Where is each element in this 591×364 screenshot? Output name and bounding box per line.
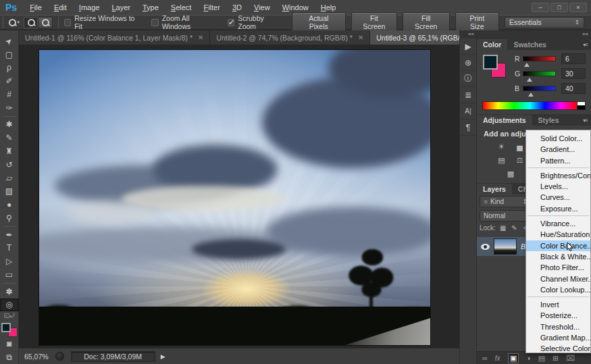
default-colors-icon[interactable]: ◱⤾ — [1, 311, 18, 320]
history-panel-icon[interactable]: ≣ — [460, 87, 476, 103]
canvas-area[interactable] — [19, 45, 459, 348]
menu-window[interactable]: Window — [276, 3, 315, 11]
fit-screen-button[interactable]: Fit Screen — [351, 12, 397, 32]
history-brush-tool[interactable]: ↺ — [1, 158, 18, 172]
menu-item-black-white[interactable]: Black & White... — [526, 251, 590, 262]
menu-item-curves[interactable]: Curves... — [526, 192, 590, 203]
tab-layers[interactable]: Layers — [477, 184, 512, 194]
crop-tool[interactable]: # — [1, 88, 18, 101]
status-knob-icon[interactable] — [55, 352, 64, 361]
green-value-field[interactable]: 30 — [561, 68, 586, 79]
menu-select[interactable]: Select — [165, 3, 198, 11]
menu-help[interactable]: Help — [315, 3, 342, 11]
blue-value-field[interactable]: 40 — [561, 83, 586, 94]
menu-item-gradient[interactable]: Gradient... — [526, 144, 590, 155]
blur-tool[interactable]: ● — [1, 198, 18, 211]
lock-pixels-icon[interactable]: ✎ — [511, 224, 517, 232]
layer-visibility-icon[interactable] — [481, 244, 490, 250]
tab-untitled-2[interactable]: Untitled-2 @ 74,7% (Background, RGB/8) *… — [210, 30, 370, 45]
status-menu-arrow-icon[interactable]: ▶ — [161, 353, 165, 360]
clone-source-panel-icon[interactable]: ⊛ — [460, 55, 476, 71]
tool-preset-caret-icon[interactable]: ▾ — [17, 20, 20, 25]
eyedropper-tool[interactable]: ✑ — [1, 101, 18, 115]
menu-3d[interactable]: 3D — [226, 3, 248, 11]
menu-item-vibrance[interactable]: Vibrance... — [526, 218, 590, 229]
dodge-tool[interactable]: ⚲ — [1, 211, 18, 225]
quick-mask-button[interactable]: ◙ — [1, 337, 18, 350]
paragraph-panel-icon[interactable]: ¶ — [460, 120, 476, 136]
panel-menu-icon[interactable]: ▾≡ — [583, 118, 591, 126]
tab-close-icon[interactable]: ✕ — [198, 34, 203, 41]
color-spectrum-ramp[interactable] — [482, 101, 577, 110]
actual-pixels-button[interactable]: Actual Pixels — [292, 12, 346, 32]
panel-menu-icon[interactable]: ▾≡ — [583, 42, 591, 50]
menu-edit[interactable]: Edit — [48, 3, 73, 11]
color-balance-icon[interactable]: ⚖ — [513, 155, 527, 165]
levels-icon[interactable]: ▅ — [513, 141, 527, 152]
quick-selection-tool[interactable]: ✐ — [1, 74, 18, 88]
resize-windows-option[interactable]: Resize Windows to Fit — [64, 14, 143, 30]
menu-item-solid-color[interactable]: Solid Color... — [526, 133, 590, 144]
blue-slider[interactable] — [523, 86, 556, 91]
layer-style-icon[interactable]: fx — [495, 355, 500, 362]
add-layer-mask-icon[interactable]: ▣ — [508, 353, 519, 363]
menu-filter[interactable]: Filter — [197, 3, 226, 11]
new-group-icon[interactable]: ▤ — [538, 354, 545, 363]
document-size-indicator[interactable]: Doc: 3,09M/3,09M — [71, 351, 155, 362]
menu-item-brightness-contrast[interactable]: Brightness/Contra — [526, 170, 590, 181]
print-size-button[interactable]: Print Size — [455, 12, 499, 32]
layer-thumbnail[interactable] — [494, 238, 517, 255]
workspace-selector[interactable]: Essentials ⇕ — [505, 17, 584, 28]
hand-tool[interactable]: ✽ — [1, 285, 18, 298]
menu-item-photo-filter[interactable]: Photo Filter... — [526, 262, 590, 273]
spot-healing-tool[interactable]: ✱ — [1, 118, 18, 132]
link-layers-icon[interactable]: ∞ — [482, 354, 488, 362]
brush-tool[interactable]: ✎ — [1, 131, 18, 145]
tab-close-icon[interactable]: ✕ — [358, 34, 363, 41]
menu-type[interactable]: Type — [136, 3, 165, 11]
tab-color[interactable]: Color — [477, 39, 507, 50]
hue-saturation-icon[interactable]: ▤ — [495, 155, 509, 165]
tab-swatches[interactable]: Swatches — [507, 39, 552, 50]
brightness-contrast-icon[interactable]: ☀ — [495, 141, 509, 152]
green-slider[interactable] — [523, 71, 556, 76]
info-panel-icon[interactable]: ⓘ — [460, 71, 476, 87]
zoom-all-windows-checkbox[interactable] — [151, 19, 159, 26]
red-value-field[interactable]: 6 — [561, 53, 586, 64]
menu-item-levels[interactable]: Levels... — [526, 181, 590, 192]
menu-item-color-lookup[interactable]: Color Lookup... — [526, 284, 590, 295]
resize-windows-checkbox[interactable] — [64, 19, 72, 26]
new-layer-icon[interactable]: ⊞ — [553, 354, 559, 363]
character-panel-icon[interactable]: A| — [460, 103, 476, 120]
expand-panels-icon[interactable]: »» — [477, 30, 591, 38]
black-white-ramp[interactable] — [577, 101, 586, 110]
menu-item-color-balance[interactable]: Color Balance... — [526, 240, 590, 251]
color-lookup-icon[interactable]: ▩ — [504, 168, 517, 179]
new-adjustment-layer-icon[interactable]: ◑ — [526, 354, 531, 362]
foreground-color-swatch[interactable] — [483, 55, 498, 70]
filter-type-select[interactable]: ○ Kind ⇕ — [480, 196, 532, 207]
lock-transparency-icon[interactable]: ▦ — [500, 224, 506, 232]
menu-item-selective-color[interactable]: Selective Color... — [526, 343, 590, 353]
close-icon[interactable]: × — [569, 3, 587, 12]
move-tool[interactable]: ➤ — [1, 34, 18, 48]
red-slider-knob[interactable] — [524, 63, 530, 67]
color-swatch-control[interactable] — [1, 323, 18, 338]
menu-item-exposure[interactable]: Exposure... — [526, 203, 590, 214]
menu-item-posterize[interactable]: Posterize... — [526, 310, 590, 321]
menu-image[interactable]: Image — [73, 3, 106, 11]
menu-item-channel-mixer[interactable]: Channel Mixer... — [526, 274, 590, 284]
delete-layer-icon[interactable]: ⌧ — [566, 354, 575, 363]
type-tool[interactable]: T — [1, 241, 18, 255]
zoom-tool-selected[interactable]: ◎ — [0, 298, 19, 312]
path-selection-tool[interactable]: ▷ — [1, 255, 18, 268]
menu-item-invert[interactable]: Invert — [526, 299, 590, 310]
scrubby-zoom-option[interactable]: Scrubby Zoom — [228, 14, 282, 30]
lasso-tool[interactable]: ρ — [1, 61, 18, 75]
tab-adjustments[interactable]: Adjustments — [477, 115, 532, 126]
green-slider-knob[interactable] — [527, 78, 532, 82]
eraser-tool[interactable]: ▱ — [1, 172, 18, 185]
zoom-out-button[interactable] — [38, 17, 52, 28]
actions-panel-icon[interactable]: ▶ — [460, 38, 476, 55]
zoom-level[interactable]: 65,07% — [24, 353, 49, 361]
